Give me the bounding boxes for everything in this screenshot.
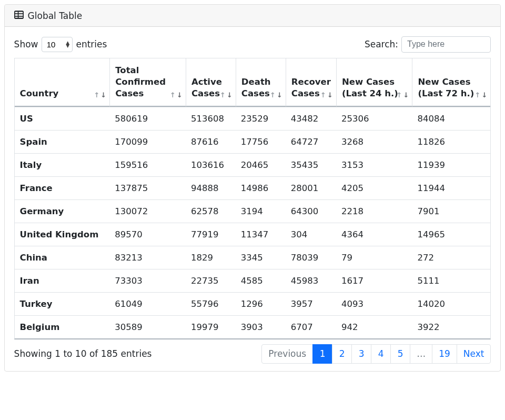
cell-recover: 304 (286, 223, 336, 246)
cell-death: 14986 (236, 176, 286, 199)
page-previous: Previous (261, 344, 313, 363)
cell-death: 4585 (236, 269, 286, 292)
table-info: Showing 1 to 10 of 185 entries (14, 344, 152, 359)
cell-new72: 11939 (412, 153, 490, 176)
cell-recover: 64300 (286, 199, 336, 223)
cell-new72: 7901 (412, 199, 490, 223)
column-header-label: New Cases (Last 72 h.) (418, 77, 474, 98)
cell-death: 1296 (236, 292, 286, 315)
cell-recover: 3957 (286, 292, 336, 315)
search-label: Search: (365, 39, 398, 49)
cell-recover: 35435 (286, 153, 336, 176)
sort-arrows-icon: ↑↓ (170, 91, 183, 100)
table-footer: Showing 1 to 10 of 185 entries Previous1… (14, 344, 491, 363)
page-link: … (410, 345, 432, 363)
column-header-label: New Cases (Last 24 h.) (342, 77, 398, 98)
length-suffix: entries (76, 39, 107, 49)
pagination: Previous12345…19Next (262, 344, 491, 363)
column-header[interactable]: Recover Cases↑↓ (286, 58, 336, 107)
cell-country: United Kingdom (15, 223, 110, 246)
page-link[interactable]: Next (457, 345, 491, 363)
cell-new72: 5111 (412, 269, 490, 292)
cell-new24: 25306 (336, 107, 412, 130)
page-link[interactable]: 5 (391, 345, 410, 363)
table-row: Italy1595161036162046535435315311939 (15, 153, 491, 176)
cell-confirmed: 159516 (109, 153, 186, 176)
cell-confirmed: 73303 (109, 269, 186, 292)
cell-country: Italy (15, 153, 110, 176)
table-row: Belgium3058919979390367079423922 (15, 315, 491, 338)
cell-active: 22735 (186, 269, 236, 292)
cell-new72: 14965 (412, 223, 490, 246)
length-select[interactable]: 102550100 (42, 37, 73, 52)
cell-country: Turkey (15, 292, 110, 315)
data-table: Country↑↓Total Confirmed Cases↑↓Active C… (14, 58, 491, 340)
cell-new72: 3922 (412, 315, 490, 338)
cell-country: China (15, 246, 110, 269)
cell-new24: 79 (336, 246, 412, 269)
sort-arrows-icon: ↑↓ (320, 91, 333, 100)
search-control: Search: (365, 36, 491, 53)
cell-recover: 64727 (286, 130, 336, 153)
sort-arrows-icon: ↑↓ (270, 91, 282, 100)
page-link[interactable]: 1 (313, 345, 332, 363)
cell-confirmed: 130072 (109, 199, 186, 223)
page-link[interactable]: 4 (371, 345, 390, 363)
cell-recover: 78039 (286, 246, 336, 269)
page-3[interactable]: 3 (351, 344, 371, 363)
cell-confirmed: 137875 (109, 176, 186, 199)
cell-active: 1829 (186, 246, 236, 269)
cell-new24: 4364 (336, 223, 412, 246)
cell-country: Belgium (15, 315, 110, 338)
table-row: France137875948881498628001420511944 (15, 176, 491, 199)
cell-new24: 4205 (336, 176, 412, 199)
table-row: China83213182933457803979272 (15, 246, 491, 269)
page-link[interactable]: 2 (332, 345, 351, 363)
cell-new24: 1617 (336, 269, 412, 292)
cell-new72: 11944 (412, 176, 490, 199)
page-next[interactable]: Next (457, 344, 491, 363)
page-link: Previous (262, 345, 312, 363)
cell-recover: 28001 (286, 176, 336, 199)
length-control: Show 102550100 ▲▼ entries (14, 37, 107, 52)
table-row: United Kingdom89570779191134730443641496… (15, 223, 491, 246)
cell-death: 11347 (236, 223, 286, 246)
cell-new24: 4093 (336, 292, 412, 315)
page-2[interactable]: 2 (332, 344, 352, 363)
page-1[interactable]: 1 (312, 344, 332, 363)
global-table-card: Global Table Show 102550100 ▲▼ entries S… (4, 4, 501, 372)
column-header[interactable]: Active Cases↑↓ (186, 58, 236, 107)
page-5[interactable]: 5 (390, 344, 410, 363)
column-header[interactable]: Death Cases↑↓ (236, 58, 286, 107)
cell-country: US (15, 107, 110, 130)
cell-country: Spain (15, 130, 110, 153)
sort-arrows-icon: ↑↓ (475, 91, 488, 100)
cell-active: 77919 (186, 223, 236, 246)
sort-arrows-icon: ↑↓ (397, 91, 409, 100)
cell-active: 55796 (186, 292, 236, 315)
cell-new24: 2218 (336, 199, 412, 223)
table-row: Germany1300726257831946430022187901 (15, 199, 491, 223)
cell-active: 19979 (186, 315, 236, 338)
search-input[interactable] (401, 36, 491, 53)
column-header[interactable]: Country↑↓ (15, 58, 110, 107)
cell-death: 3345 (236, 246, 286, 269)
table-row: Iran733032273545854598316175111 (15, 269, 491, 292)
page-19[interactable]: 19 (432, 344, 457, 363)
column-header[interactable]: New Cases (Last 24 h.)↑↓ (336, 58, 412, 107)
cell-new72: 11826 (412, 130, 490, 153)
page-4[interactable]: 4 (371, 344, 391, 363)
cell-death: 17756 (236, 130, 286, 153)
cell-new72: 14020 (412, 292, 490, 315)
column-header[interactable]: Total Confirmed Cases↑↓ (109, 58, 186, 107)
cell-new72: 84084 (412, 107, 490, 130)
column-header-label: Country (20, 88, 59, 98)
cell-new24: 3153 (336, 153, 412, 176)
cell-confirmed: 30589 (109, 315, 186, 338)
cell-country: Iran (15, 269, 110, 292)
card-header: Global Table (5, 5, 500, 27)
column-header[interactable]: New Cases (Last 72 h.)↑↓ (412, 58, 490, 107)
page-link[interactable]: 3 (352, 345, 371, 363)
page-link[interactable]: 19 (432, 345, 457, 363)
cell-recover: 43482 (286, 107, 336, 130)
